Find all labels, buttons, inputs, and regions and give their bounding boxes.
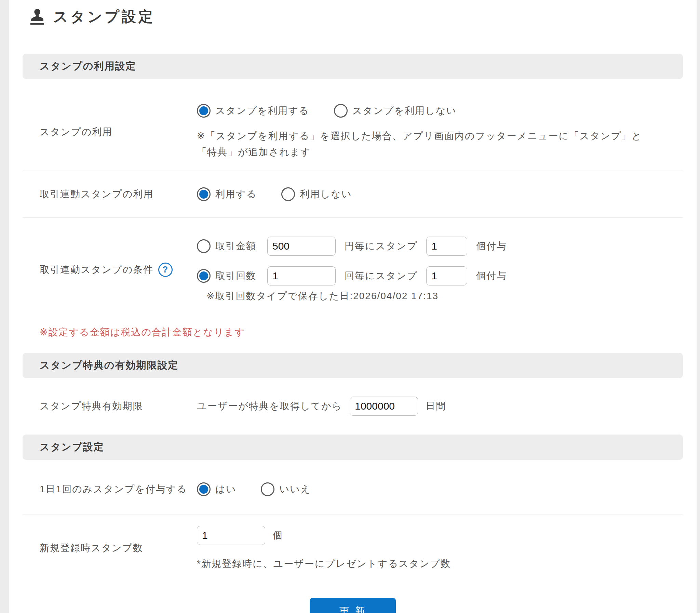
initial-stamps-line: 個	[197, 526, 662, 545]
section-header-usage: スタンプの利用設定	[23, 54, 683, 79]
radio-option-no-stamp[interactable]: スタンプを利用しない	[334, 104, 457, 118]
tax-included-note: ※設定する金額は税込の合計金額となります	[40, 326, 683, 339]
once-per-day-radio-group: はい いいえ	[197, 482, 662, 496]
row-txn-stamp-use-label: 取引連動スタンプの利用	[40, 187, 197, 201]
section-header-expiry: スタンプ特典の有効期限設定	[23, 353, 683, 378]
radio-option-use-stamp[interactable]: スタンプを利用する	[197, 104, 309, 118]
radio-option-count[interactable]: 取引回数	[197, 269, 256, 283]
row-reward-expiry: スタンプ特典有効期限 ユーザーが特典を取得してから 日間	[23, 378, 683, 434]
row-initial-stamps-label: 新規登録時スタンプ数	[40, 526, 197, 570]
radio-icon[interactable]	[197, 239, 211, 253]
expiry-days-input[interactable]	[350, 396, 418, 416]
row-stamp-use-label: スタンプの利用	[40, 104, 197, 160]
count-mid-text: 回毎にスタンプ	[345, 270, 417, 283]
initial-stamps-note: *新規登録時に、ユーザーにプレゼントするスタンプ数	[197, 557, 662, 570]
radio-option-label: 取引回数	[215, 270, 256, 283]
stamp-use-radio-group: スタンプを利用する スタンプを利用しない	[197, 104, 662, 118]
amount-end-text: 個付与	[476, 240, 507, 253]
row-txn-stamp-use: 取引連動スタンプの利用 利用する 利用しない	[23, 171, 683, 218]
radio-option-label: スタンプを利用しない	[352, 104, 457, 117]
radio-icon[interactable]	[197, 482, 211, 496]
row-txn-condition-label: 取引連動スタンプの条件 ?	[40, 237, 197, 303]
radio-option-txn-no-use[interactable]: 利用しない	[281, 187, 352, 201]
section-header-expiry-text: スタンプ特典の有効期限設定	[40, 358, 179, 372]
saved-date-note: ※取引回数タイプで保存した日:2026/04/02 17:13	[197, 290, 662, 303]
stamp-icon	[29, 9, 45, 25]
condition-amount-line: 取引金額 円毎にスタンプ 個付与	[197, 237, 662, 256]
initial-stamps-input[interactable]	[197, 526, 265, 545]
page-title: スタンプ設定	[29, 0, 683, 25]
radio-option-label: はい	[215, 483, 236, 496]
expiry-suffix-text: 日間	[425, 400, 446, 413]
section-header-usage-text: スタンプの利用設定	[40, 60, 136, 73]
amount-stamp-count-input[interactable]	[426, 237, 467, 256]
amount-mid-text: 円毎にスタンプ	[345, 240, 417, 253]
radio-option-label: スタンプを利用する	[215, 104, 309, 117]
txn-use-radio-group: 利用する 利用しない	[197, 187, 662, 201]
radio-icon[interactable]	[197, 187, 211, 201]
section-header-stamp-text: スタンプ設定	[40, 440, 104, 454]
count-end-text: 個付与	[476, 270, 507, 283]
row-reward-expiry-label: スタンプ特典有効期限	[40, 396, 197, 416]
count-stamp-count-input[interactable]	[426, 266, 467, 286]
radio-option-label: 取引金額	[215, 240, 256, 253]
radio-option-label: いいえ	[279, 483, 311, 496]
radio-icon[interactable]	[281, 187, 295, 201]
expiry-line: ユーザーが特典を取得してから 日間	[197, 396, 662, 416]
expiry-prefix-text: ユーザーが特典を取得してから	[197, 400, 342, 413]
radio-option-txn-use[interactable]: 利用する	[197, 187, 257, 201]
radio-option-label: 利用する	[215, 188, 257, 201]
radio-option-no[interactable]: いいえ	[261, 482, 311, 496]
row-stamp-use: スタンプの利用 スタンプを利用する スタンプを利用しない ※「スタンプを利用する…	[23, 79, 683, 171]
radio-icon[interactable]	[197, 104, 211, 118]
initial-stamps-suffix-text: 個	[273, 529, 283, 542]
row-once-per-day: 1日1回のみスタンプを付与する はい いいえ	[23, 460, 683, 515]
radio-option-label: 利用しない	[300, 188, 352, 201]
settings-card: スタンプ設定 スタンプの利用設定 スタンプの利用 スタンプを利用する スタンプを…	[9, 0, 697, 613]
section-header-stamp: スタンプ設定	[23, 434, 683, 460]
count-input[interactable]	[267, 266, 336, 286]
page-title-text: スタンプ設定	[53, 10, 155, 24]
row-txn-condition-label-text: 取引連動スタンプの条件	[40, 263, 154, 276]
stamp-use-note: ※「スタンプを利用する」を選択した場合、アプリ画面内のフッターメニューに「スタン…	[197, 128, 662, 160]
row-initial-stamps: 新規登録時スタンプ数 個 *新規登録時に、ユーザーにプレゼントするスタンプ数	[23, 515, 683, 584]
amount-input[interactable]	[267, 237, 336, 256]
row-once-per-day-label: 1日1回のみスタンプを付与する	[40, 482, 197, 496]
help-icon[interactable]: ?	[158, 263, 173, 277]
radio-option-yes[interactable]: はい	[197, 482, 236, 496]
radio-icon[interactable]	[334, 104, 348, 118]
radio-option-amount[interactable]: 取引金額	[197, 239, 256, 253]
row-txn-condition: 取引連動スタンプの条件 ? 取引金額 円毎にスタンプ 個付与 取引回数	[23, 218, 683, 315]
condition-count-line: 取引回数 回毎にスタンプ 個付与	[197, 266, 662, 286]
radio-icon[interactable]	[197, 269, 211, 283]
update-button[interactable]: 更 新	[310, 598, 396, 613]
radio-icon[interactable]	[261, 482, 275, 496]
